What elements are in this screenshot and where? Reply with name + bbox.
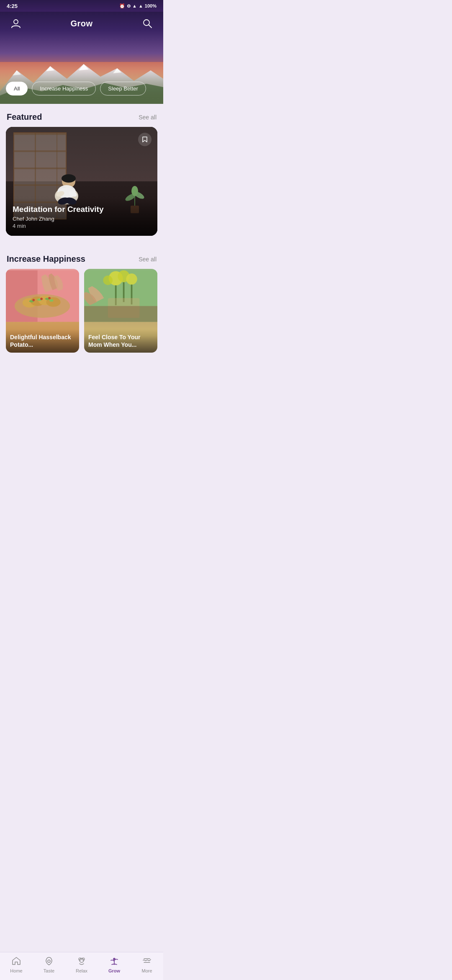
happiness-card-2-title: Feel Close To Your Mom When You... [88,333,153,348]
food-image-1 [6,269,79,323]
wifi-icon: ▲ [132,3,137,8]
svg-point-40 [126,273,137,284]
chip-all[interactable]: All [6,82,28,95]
search-button[interactable] [140,16,155,31]
featured-card[interactable]: Meditation for Creativity Chef John Zhan… [6,127,157,236]
happiness-card-1[interactable]: Delightful Hasselback Potato... [6,269,79,353]
profile-button[interactable] [8,16,23,31]
alarm-icon: ⏰ [119,3,125,9]
cards-grid: Delightful Hasselback Potato... [0,269,163,361]
chip-sleep-better[interactable]: Sleep Better [100,82,146,95]
status-time: 4:25 [7,3,18,9]
featured-see-all[interactable]: See all [139,114,157,121]
svg-point-34 [32,299,35,302]
filter-chips: All Increase Happiness Sleep Better [0,82,163,95]
dnd-icon: ⊖ [127,3,131,9]
happiness-card-2-info: Feel Close To Your Mom When You... [84,329,157,353]
increase-happiness-see-all[interactable]: See all [139,256,157,263]
svg-point-17 [62,174,76,183]
svg-marker-5 [13,70,21,75]
svg-point-41 [103,276,113,285]
svg-rect-46 [84,306,157,322]
bookmark-icon [142,136,148,143]
hero-section: Grow All Increase Happiness Sleep Better [0,12,163,104]
status-icons: ⏰ ⊖ ▲ ▲ 100% [119,3,157,9]
page-title: Grow [70,19,92,28]
battery-icon: 100% [145,3,157,8]
search-icon [142,18,153,29]
food-image-2 [84,269,157,323]
main-content: Featured See all [0,104,163,395]
featured-card-info: Meditation for Creativity Chef John Zhan… [6,198,157,236]
svg-point-33 [49,299,53,302]
featured-section-header: Featured See all [0,104,163,127]
svg-point-36 [48,297,51,299]
svg-line-9 [149,25,152,28]
svg-point-35 [40,298,43,300]
featured-card-duration: 4 min [13,223,151,229]
svg-point-22 [131,186,138,196]
bookmark-button[interactable] [138,133,152,146]
increase-happiness-section-header: Increase Happiness See all [0,246,163,269]
featured-card-author: Chef John Zhang [13,216,151,222]
happiness-card-1-info: Delightful Hasselback Potato... [6,329,79,353]
featured-card-title: Meditation for Creativity [13,205,151,214]
top-navigation: Grow [0,12,163,35]
happiness-card-1-title: Delightful Hasselback Potato... [10,333,75,348]
increase-happiness-title: Increase Happiness [7,254,85,264]
happiness-card-2[interactable]: Feel Close To Your Mom When You... [84,269,157,353]
chip-increase-happiness[interactable]: Increase Happiness [32,82,96,95]
svg-point-7 [14,20,18,24]
featured-title: Featured [7,112,42,122]
profile-icon [10,18,21,29]
signal-icon: ▲ [139,3,143,8]
status-bar: 4:25 ⏰ ⊖ ▲ ▲ 100% [0,0,163,12]
